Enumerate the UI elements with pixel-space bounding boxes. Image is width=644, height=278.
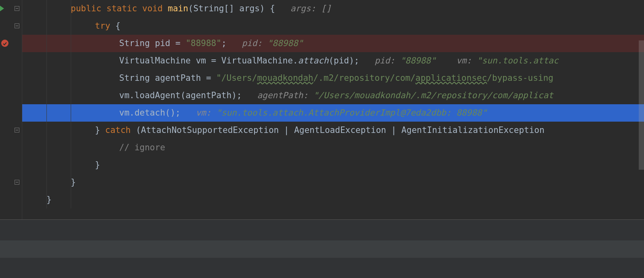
- code-line[interactable]: public static void main(String[] args) {…: [22, 0, 644, 17]
- indent-guide: [71, 104, 71, 122]
- code-line[interactable]: vm.loadAgent(agentPath); agentPath: "/Us…: [22, 87, 644, 104]
- code-token: (pid);: [328, 56, 375, 65]
- indent-guide: [46, 191, 47, 208]
- code-token: vm.loadAgent(agentPath);: [119, 91, 257, 100]
- indent-guide: [71, 35, 71, 52]
- code-token: /.m2/repository/com/: [313, 73, 415, 83]
- code-line[interactable]: } catch (AttachNotSupportedException | A…: [22, 122, 644, 139]
- line-content: try {: [22, 21, 120, 31]
- code-line[interactable]: }: [22, 174, 644, 191]
- indent-guide: [46, 70, 47, 87]
- fold-icon[interactable]: [14, 6, 20, 11]
- line-content: VirtualMachine vm = VirtualMachine.attac…: [22, 56, 558, 65]
- code-token: catch: [105, 125, 136, 135]
- indent-guide: [46, 17, 47, 35]
- indent-guide: [71, 87, 71, 104]
- bottom-panel: [0, 219, 644, 278]
- code-token: "88988": [185, 38, 221, 48]
- line-content: // ignore: [22, 143, 165, 152]
- indent-guide: [71, 139, 71, 156]
- indent-guide: [46, 139, 47, 156]
- indent-guide: [46, 122, 47, 139]
- code-token: attach: [298, 56, 329, 65]
- line-content: }: [22, 195, 52, 204]
- code-token: args: []: [290, 4, 331, 13]
- code-token: (String[] args) {: [188, 4, 290, 13]
- code-token: agentPath:: [257, 91, 313, 100]
- line-content: vm.loadAgent(agentPath); agentPath: "/Us…: [22, 91, 554, 100]
- indent-guide: [46, 35, 47, 52]
- code-token: vm.detach();: [119, 108, 196, 118]
- code-line[interactable]: String pid = "88988"; pid: "88988": [22, 35, 644, 52]
- line-content: String agentPath = "/Users/mouadkondah/.…: [22, 73, 554, 83]
- code-token: "88988": [267, 38, 303, 48]
- code-token: // ignore: [119, 143, 165, 152]
- tool-window-bar: [0, 240, 644, 258]
- code-token: try: [95, 21, 116, 31]
- code-token: "/Users/: [216, 73, 257, 83]
- code-token: String pid =: [119, 38, 185, 48]
- indent-guide: [71, 156, 71, 174]
- code-line[interactable]: vm.detach(); vm: "sun.tools.attach.Attac…: [22, 104, 644, 122]
- run-icon[interactable]: [0, 6, 4, 11]
- code-token: applicationsec: [415, 73, 487, 83]
- code-token: }: [95, 160, 100, 170]
- indent-guide: [71, 191, 71, 208]
- code-token: mouadkondah: [257, 73, 313, 83]
- line-content: }: [22, 177, 76, 187]
- code-line[interactable]: String agentPath = "/Users/mouadkondah/.…: [22, 70, 644, 87]
- code-token: void: [142, 4, 168, 13]
- code-token: "88988": [400, 56, 436, 65]
- code-token: static: [107, 4, 143, 13]
- line-content: vm.detach(); vm: "sun.tools.attach.Attac…: [22, 108, 487, 118]
- code-line[interactable]: try {: [22, 17, 644, 35]
- indent-guide: [71, 0, 71, 17]
- breakpoint-icon[interactable]: [1, 40, 8, 47]
- indent-guide: [46, 52, 47, 70]
- code-token: main: [168, 4, 188, 13]
- indent-guide: [46, 174, 47, 191]
- line-content: }: [22, 160, 100, 170]
- indent-guide: [46, 87, 47, 104]
- indent-guide: [46, 104, 47, 122]
- line-content: } catch (AttachNotSupportedException | A…: [22, 125, 549, 135]
- code-token: {: [116, 21, 121, 31]
- code-token: pid:: [242, 38, 267, 48]
- fold-icon[interactable]: [14, 23, 20, 29]
- code-line[interactable]: }: [22, 191, 644, 208]
- indent-guide: [46, 0, 47, 17]
- code-token: }: [95, 125, 105, 135]
- code-token: "sun.tools.attac: [477, 56, 558, 65]
- code-line[interactable]: VirtualMachine vm = VirtualMachine.attac…: [22, 52, 644, 70]
- fold-icon[interactable]: [14, 179, 20, 185]
- code-line[interactable]: // ignore: [22, 139, 644, 156]
- code-token: pid:: [375, 56, 400, 65]
- code-token: vm:: [436, 56, 477, 65]
- line-content: public static void main(String[] args) {…: [22, 4, 331, 13]
- indent-guide: [46, 156, 47, 174]
- code-token: vm:: [196, 108, 217, 118]
- code-token: (AttachNotSupportedException | AgentLoad…: [136, 125, 549, 135]
- code-token: public: [71, 4, 107, 13]
- code-line[interactable]: }: [22, 156, 644, 174]
- fold-icon[interactable]: [14, 127, 20, 133]
- code-token: "sun.tools.attach.AttachProviderImpl@7ed…: [216, 108, 487, 118]
- indent-guide: [71, 70, 71, 87]
- line-content: String pid = "88988"; pid: "88988": [22, 38, 303, 48]
- code-token: }: [71, 177, 76, 187]
- indent-guide: [71, 17, 71, 35]
- code-token: /bypass-using: [487, 73, 553, 83]
- code-token: ;: [221, 38, 242, 48]
- code-token: VirtualMachine vm = VirtualMachine.: [119, 56, 298, 65]
- code-token: "/Users/mouadkondah/.m2/repository/com/a…: [313, 91, 553, 100]
- code-token: }: [46, 195, 52, 204]
- indent-guide: [71, 52, 71, 70]
- indent-guide: [71, 122, 71, 139]
- code-token: String agentPath =: [119, 73, 216, 83]
- indent-guide: [71, 174, 71, 191]
- vertical-scrollbar[interactable]: [639, 40, 644, 170]
